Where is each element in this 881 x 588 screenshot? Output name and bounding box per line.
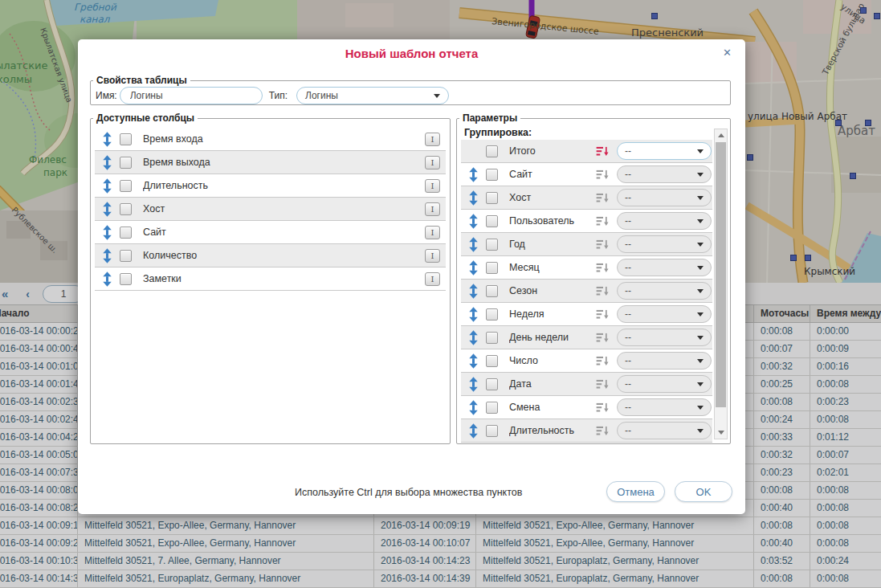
scrollbar[interactable] <box>714 129 728 439</box>
move-vertical-icon[interactable] <box>468 307 483 322</box>
cancel-button[interactable]: Отмена <box>606 481 665 502</box>
move-vertical-icon[interactable] <box>102 225 116 240</box>
type-select[interactable]: Логины <box>296 87 449 104</box>
move-vertical-icon[interactable] <box>102 178 116 194</box>
move-vertical-icon[interactable] <box>102 248 116 263</box>
column-checkbox[interactable] <box>120 227 132 239</box>
move-vertical-icon[interactable] <box>102 155 116 170</box>
rename-column-button[interactable]: I <box>425 249 440 263</box>
move-vertical-icon[interactable] <box>468 260 483 276</box>
sort-direction-button[interactable] <box>596 216 610 227</box>
move-vertical-icon[interactable] <box>468 330 483 345</box>
grouping-select[interactable]: -- <box>617 375 712 393</box>
grouping-checkbox[interactable] <box>486 169 498 181</box>
grouping-checkbox[interactable] <box>486 145 498 157</box>
grouping-row[interactable]: Хост-- <box>461 186 712 210</box>
available-column-row[interactable]: ХостI <box>95 198 446 221</box>
grouping-row[interactable]: Дата-- <box>461 373 712 396</box>
column-checkbox[interactable] <box>120 180 132 192</box>
grouping-select[interactable]: -- <box>617 235 712 253</box>
grouping-row[interactable]: Пользователь-- <box>461 210 712 233</box>
grouping-row[interactable]: Год-- <box>461 233 712 256</box>
sort-direction-button[interactable] <box>596 402 610 413</box>
grouping-row[interactable]: Сайт-- <box>461 163 712 186</box>
grouping-checkbox[interactable] <box>486 402 498 414</box>
grouping-checkbox[interactable] <box>486 215 498 227</box>
column-checkbox[interactable] <box>120 157 132 169</box>
rename-column-button[interactable]: I <box>425 133 440 146</box>
move-vertical-icon[interactable] <box>468 214 483 229</box>
move-vertical-icon[interactable] <box>102 272 116 287</box>
grouping-select[interactable]: -- <box>617 212 712 230</box>
move-vertical-icon[interactable] <box>468 353 483 369</box>
grouping-row[interactable]: Месяц-- <box>461 256 712 280</box>
move-vertical-icon[interactable] <box>468 400 483 415</box>
grouping-select[interactable]: -- <box>617 259 712 276</box>
ok-button[interactable]: OK <box>675 481 732 502</box>
move-vertical-icon[interactable] <box>468 423 483 439</box>
grouping-row[interactable]: Число-- <box>461 349 712 373</box>
grouping-row[interactable]: Длительность-- <box>461 419 712 443</box>
grouping-select[interactable]: -- <box>617 165 712 183</box>
sort-direction-button[interactable] <box>596 169 610 180</box>
grouping-checkbox[interactable] <box>486 262 498 274</box>
available-column-row[interactable]: СайтI <box>95 221 446 244</box>
move-vertical-icon[interactable] <box>102 202 116 217</box>
available-column-row[interactable]: Время выходаI <box>95 151 446 174</box>
move-vertical-icon[interactable] <box>468 237 483 252</box>
available-column-row[interactable]: Время входаI <box>95 128 446 151</box>
grouping-select[interactable]: -- <box>617 189 712 206</box>
sort-direction-button[interactable] <box>596 333 610 343</box>
move-vertical-icon[interactable] <box>102 132 116 147</box>
close-icon[interactable]: ✕ <box>723 47 732 59</box>
scroll-down-icon[interactable] <box>715 427 727 438</box>
sort-direction-button[interactable] <box>596 239 610 250</box>
grouping-checkbox[interactable] <box>486 192 498 204</box>
grouping-checkbox[interactable] <box>486 308 498 321</box>
column-checkbox[interactable] <box>120 203 132 215</box>
scroll-up-icon[interactable] <box>715 130 727 141</box>
sort-direction-button[interactable] <box>596 379 610 390</box>
grouping-select[interactable]: -- <box>617 142 712 160</box>
name-input[interactable] <box>120 87 263 104</box>
move-vertical-icon[interactable] <box>468 377 483 392</box>
grouping-checkbox[interactable] <box>486 425 498 437</box>
grouping-checkbox[interactable] <box>486 332 498 344</box>
grouping-select[interactable]: -- <box>617 422 712 439</box>
grouping-checkbox[interactable] <box>486 355 498 367</box>
grouping-row[interactable]: Итого-- <box>461 140 712 163</box>
grouping-select[interactable]: -- <box>617 398 712 416</box>
grouping-checkbox[interactable] <box>486 378 498 390</box>
available-column-row[interactable]: ДлительностьI <box>95 174 446 198</box>
column-checkbox[interactable] <box>120 273 132 285</box>
grouping-checkbox[interactable] <box>486 285 498 297</box>
grouping-select[interactable]: -- <box>617 352 712 370</box>
sort-direction-button[interactable] <box>596 286 610 296</box>
rename-column-button[interactable]: I <box>425 179 440 193</box>
move-vertical-icon[interactable] <box>468 167 483 182</box>
available-column-row[interactable]: КоличествоI <box>95 244 446 267</box>
move-vertical-icon[interactable] <box>468 284 483 299</box>
rename-column-button[interactable]: I <box>425 156 440 169</box>
grouping-row[interactable]: Смена-- <box>461 396 712 419</box>
available-column-row[interactable]: ЗаметкиI <box>95 267 446 291</box>
grouping-row[interactable]: День недели-- <box>461 326 712 349</box>
grouping-select[interactable]: -- <box>617 282 712 300</box>
grouping-select[interactable]: -- <box>617 305 712 323</box>
column-checkbox[interactable] <box>120 250 132 262</box>
sort-direction-button[interactable] <box>596 426 610 436</box>
rename-column-button[interactable]: I <box>425 202 440 216</box>
sort-direction-button[interactable] <box>596 356 610 366</box>
column-checkbox[interactable] <box>120 133 132 145</box>
grouping-row[interactable]: Сезон-- <box>461 280 712 303</box>
scrollbar-thumb[interactable] <box>716 142 726 407</box>
grouping-select[interactable]: -- <box>617 329 712 346</box>
move-vertical-icon[interactable] <box>468 190 483 206</box>
grouping-row[interactable]: Неделя-- <box>461 303 712 326</box>
sort-direction-button[interactable] <box>596 146 610 157</box>
sort-direction-button[interactable] <box>596 263 610 273</box>
sort-direction-button[interactable] <box>596 309 610 320</box>
rename-column-button[interactable]: I <box>425 226 440 239</box>
grouping-checkbox[interactable] <box>486 239 498 251</box>
sort-direction-button[interactable] <box>596 193 610 203</box>
